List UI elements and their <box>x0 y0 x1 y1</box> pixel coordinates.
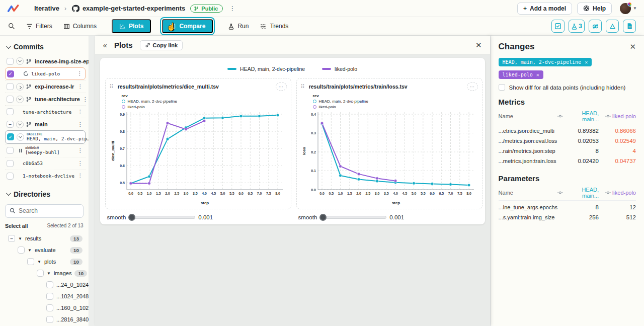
tree-row[interactable]: ...160_0_1024.png <box>5 302 86 314</box>
checkbox[interactable] <box>46 281 53 288</box>
commit-row[interactable]: c0b6a53⋮ <box>5 157 86 170</box>
copy-link-button[interactable]: Copy link <box>140 40 183 50</box>
tree-row[interactable]: ▼plots10 <box>5 256 86 268</box>
checkbox[interactable] <box>7 160 14 167</box>
tree-expander-icon[interactable]: ▼ <box>18 236 22 241</box>
checkbox[interactable] <box>7 58 14 65</box>
plots-button[interactable]: Plots <box>112 19 151 33</box>
row-menu-button[interactable]: ⋮ <box>77 147 84 154</box>
commit-row[interactable]: tune-architecture⋮ <box>5 105 86 118</box>
checkbox[interactable]: ✓ <box>7 133 14 140</box>
checkbox[interactable] <box>18 247 25 254</box>
column-compare-rev[interactable]: liked-polo <box>599 190 636 196</box>
line-chart[interactable]: 0.00.51.01.52.02.53.03.54.04.55.05.56.06… <box>110 109 287 206</box>
chart-card[interactable]: ⠿ results/train/plots/metrics/train/loss… <box>296 78 482 209</box>
checkbox[interactable] <box>7 173 14 180</box>
checkbox[interactable] <box>7 96 14 103</box>
checkbox[interactable] <box>37 270 44 277</box>
select-rows-button[interactable] <box>551 20 565 33</box>
repo-breadcrumb[interactable]: example-get-started-experiments <box>71 5 185 13</box>
close-changes-button[interactable]: ✕ <box>629 42 636 51</box>
tree-row[interactable]: ...1024_2048.png <box>5 291 86 302</box>
row-menu-button[interactable]: ⋮ <box>77 160 84 167</box>
revision-badge[interactable]: HEAD, main, 2-dvc-pipeline✕ <box>499 58 592 66</box>
revision-badge[interactable]: liked-polo✕ <box>499 70 543 79</box>
row-menu-button[interactable]: ⋮ <box>83 96 89 103</box>
tree-expander-icon[interactable]: ▼ <box>37 260 41 264</box>
tree-row[interactable]: ▼evaluate10 <box>5 244 86 256</box>
commit-row[interactable]: eb0b6c9[weepy-buhl]⋮ <box>5 144 86 157</box>
close-icon[interactable]: ✕ <box>585 59 588 65</box>
close-icon[interactable]: ✕ <box>536 72 539 77</box>
checkbox[interactable] <box>46 293 53 300</box>
row-menu-button[interactable]: ⋮ <box>77 70 84 77</box>
scrollbar-strip[interactable] <box>89 36 95 326</box>
brand-name[interactable]: Iterative <box>34 5 59 12</box>
slider-knob[interactable] <box>128 214 135 221</box>
checkbox[interactable]: – <box>8 235 15 242</box>
checkbox[interactable] <box>46 304 53 311</box>
collapse-panel-button[interactable]: « <box>103 41 107 49</box>
chevron-down-icon[interactable] <box>16 57 24 65</box>
tree-row[interactable]: ...24_0_1024.png <box>5 279 86 291</box>
checkbox[interactable] <box>46 316 53 323</box>
checkbox[interactable] <box>7 108 14 115</box>
row-menu-button[interactable]: ⋮ <box>77 84 84 90</box>
commit-row[interactable]: 1-notebook-dvclive⋮ <box>5 170 86 182</box>
column-head-rev[interactable]: HEAD, main... <box>557 187 599 199</box>
chart-menu-button[interactable]: ⋯ <box>276 83 287 91</box>
directories-search[interactable] <box>5 204 84 218</box>
checkbox[interactable] <box>7 83 14 90</box>
chevron-right-icon[interactable] <box>16 83 24 91</box>
slider-knob[interactable] <box>319 214 327 221</box>
commit-row[interactable]: –main⋮ <box>5 118 86 130</box>
repo-menu-button[interactable]: ⋮ <box>229 5 236 12</box>
experiments-count-button[interactable]: 3 <box>569 20 585 33</box>
select-all-link[interactable]: Select all <box>5 223 28 229</box>
directories-section-header[interactable]: Directories <box>5 187 86 202</box>
search-icon[interactable] <box>8 23 15 30</box>
tree-row[interactable]: ▼images10 <box>5 268 86 279</box>
column-compare-rev[interactable]: liked-polo <box>599 113 636 119</box>
show-diff-row[interactable]: Show diff for all data points (including… <box>499 84 636 91</box>
commit-row[interactable]: exp-increase-lr⋮ <box>5 80 86 93</box>
drag-handle-icon[interactable]: ⠿ <box>301 84 305 90</box>
column-head-rev[interactable]: HEAD, main... <box>557 110 599 122</box>
drag-handle-icon[interactable]: ⠿ <box>110 84 114 90</box>
checkbox[interactable] <box>7 147 14 154</box>
commit-row[interactable]: ✓liked-polo⋮ <box>5 67 86 80</box>
delta-button[interactable] <box>606 20 619 33</box>
chevron-down-icon[interactable] <box>17 133 24 141</box>
chevron-down-icon[interactable] <box>16 96 24 103</box>
chart-menu-button[interactable]: ⋯ <box>467 83 478 91</box>
commit-row[interactable]: tune-architecture⋮ <box>5 93 86 105</box>
show-diff-checkbox[interactable] <box>499 84 505 91</box>
export-csv-button[interactable]: CSV <box>623 20 636 33</box>
tree-expander-icon[interactable]: ▼ <box>47 271 51 276</box>
filters-button[interactable]: Filters <box>26 23 52 30</box>
run-button[interactable]: Run <box>228 23 249 30</box>
row-menu-button[interactable]: ⋮ <box>77 121 84 128</box>
commit-row[interactable]: increase-img-size-epochs <box>5 55 86 67</box>
chevron-down-icon[interactable] <box>16 121 24 128</box>
tree-row[interactable]: –▼results13 <box>5 233 86 244</box>
tree-row[interactable]: ...2816_3840.png <box>5 314 86 325</box>
commit-row[interactable]: ✓BASELINEHEAD, main, 2-dvc-pip…⋮ <box>5 130 86 144</box>
checkbox[interactable] <box>27 258 34 265</box>
close-plots-button[interactable]: ✕ <box>475 41 482 50</box>
trends-button[interactable]: Trends <box>260 23 288 30</box>
columns-button[interactable]: Columns <box>63 23 97 30</box>
line-chart[interactable]: 0.00.51.01.52.02.53.03.54.04.55.05.56.06… <box>301 109 478 206</box>
smooth-slider[interactable] <box>129 216 195 219</box>
chart-card[interactable]: ⠿ results/train/plots/metrics/dice_multi… <box>105 78 291 209</box>
smooth-slider[interactable] <box>320 216 386 219</box>
help-button[interactable]: Help <box>577 3 612 15</box>
commits-section-header[interactable]: Commits <box>5 40 86 55</box>
row-menu-button[interactable]: ⋮ <box>77 173 84 179</box>
hide-experiments-button[interactable] <box>589 20 602 33</box>
search-input[interactable] <box>19 207 74 214</box>
checkbox[interactable]: ✓ <box>7 70 14 77</box>
checkbox[interactable]: – <box>7 121 14 128</box>
user-menu[interactable]: ▼ <box>620 3 637 14</box>
row-menu-button[interactable]: ⋮ <box>77 109 84 115</box>
